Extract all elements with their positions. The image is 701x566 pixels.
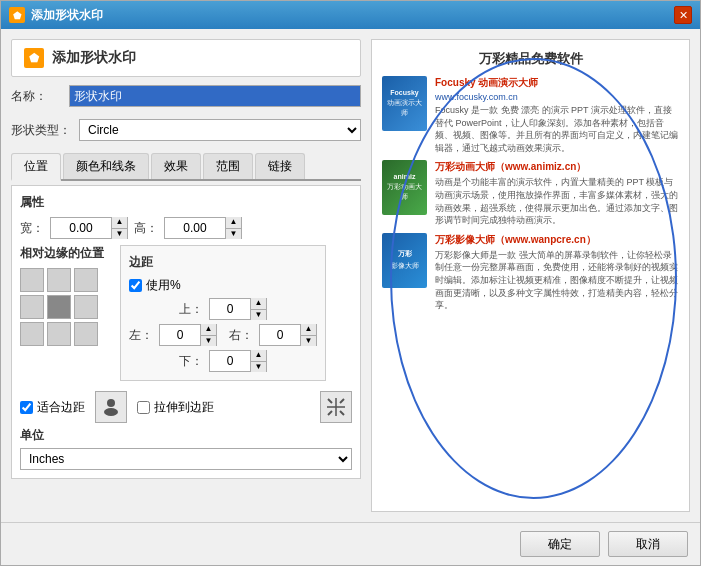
preview-name-3: 万彩影像大师（www.wanpcre.cn） — [435, 233, 679, 247]
tab-content: 属性 宽： ▲ ▼ 高： — [11, 185, 361, 479]
margin-bottom-spinners: ▲ ▼ — [250, 350, 266, 372]
right-panel: 万彩精品免费软件 Focusky 动画演示大师 Focusky — [371, 29, 700, 522]
preview-desc-3: 万彩影像大师是一款 强大简单的屏幕录制软件，让你轻松录制任意一份完整屏幕画面，免… — [435, 249, 679, 312]
preview-content: 万彩精品免费软件 Focusky 动画演示大师 Focusky — [372, 40, 689, 511]
left-panel: ⬟ 添加形状水印 名称： 形状类型： Circle Rectangle Elli… — [1, 29, 371, 522]
margin-left-down[interactable]: ▼ — [201, 336, 216, 347]
width-down-btn[interactable]: ▼ — [112, 229, 127, 240]
svg-point-0 — [107, 399, 115, 407]
pos-top-right[interactable] — [74, 268, 98, 292]
stretch-row: 拉伸到边距 — [137, 399, 214, 416]
width-input[interactable] — [51, 218, 111, 238]
margin-top-input-group: ▲ ▼ — [209, 298, 267, 320]
preview-text-1: Focusky 动画演示大师 www.focusky.com.cn Focusk… — [435, 76, 679, 154]
margin-lr-row: 左： ▲ ▼ 右： — [129, 324, 317, 346]
height-down-btn[interactable]: ▼ — [226, 229, 241, 240]
width-up-btn[interactable]: ▲ — [112, 217, 127, 229]
dialog-header: ⬟ 添加形状水印 — [11, 39, 361, 77]
margin-right-up[interactable]: ▲ — [301, 324, 316, 336]
close-button[interactable]: ✕ — [674, 6, 692, 24]
tab-container: 位置 颜色和线条 效果 范围 链接 属性 宽： ▲ — [11, 153, 361, 479]
margin-title: 边距 — [129, 254, 317, 271]
preview-book-3: 万彩 影像大师 — [382, 233, 427, 288]
preview-title: 万彩精品免费软件 — [382, 50, 679, 68]
margin-top-up[interactable]: ▲ — [251, 298, 266, 310]
margin-top-down[interactable]: ▼ — [251, 310, 266, 321]
margin-bottom-input-group: ▲ ▼ — [209, 350, 267, 372]
tab-position[interactable]: 位置 — [11, 153, 61, 181]
tab-range[interactable]: 范围 — [203, 153, 253, 179]
shape-select[interactable]: Circle Rectangle Ellipse Triangle — [79, 119, 361, 141]
margin-bottom-up[interactable]: ▲ — [251, 350, 266, 362]
dialog-footer: 确定 取消 — [1, 522, 700, 565]
preview-item-3: 万彩 影像大师 万彩影像大师（www.wanpcre.cn） 万彩影像大师是一款… — [382, 233, 679, 312]
margin-top-input[interactable] — [210, 299, 250, 319]
margin-bottom-input[interactable] — [210, 351, 250, 371]
svg-line-4 — [328, 411, 332, 415]
width-input-group: ▲ ▼ — [50, 217, 128, 239]
pos-top-center[interactable] — [47, 268, 71, 292]
pos-mid-left[interactable] — [20, 295, 44, 319]
preview-name-2: 万彩动画大师（www.animiz.cn） — [435, 160, 679, 174]
svg-line-2 — [328, 399, 332, 403]
cancel-button[interactable]: 取消 — [608, 531, 688, 557]
size-row: 宽： ▲ ▼ 高： ▲ — [20, 217, 352, 239]
margin-left-input-group: ▲ ▼ — [159, 324, 217, 346]
height-input-group: ▲ ▼ — [164, 217, 242, 239]
stretch-label: 拉伸到边距 — [154, 399, 214, 416]
shape-row: 形状类型： Circle Rectangle Ellipse Triangle — [11, 119, 361, 141]
fit-edge-checkbox[interactable] — [20, 401, 33, 414]
width-spinners: ▲ ▼ — [111, 217, 127, 239]
margin-left-label: 左： — [129, 327, 153, 344]
stretch-checkbox[interactable] — [137, 401, 150, 414]
use-percent-checkbox[interactable] — [129, 279, 142, 292]
margin-left-input[interactable] — [160, 325, 200, 345]
unit-title: 单位 — [20, 427, 352, 444]
pos-top-left[interactable] — [20, 268, 44, 292]
margin-right-input[interactable] — [260, 325, 300, 345]
pos-bot-left[interactable] — [20, 322, 44, 346]
preview-book-1: Focusky 动画演示大师 — [382, 76, 427, 131]
pos-mid-right[interactable] — [74, 295, 98, 319]
margin-right-spinners: ▲ ▼ — [300, 324, 316, 346]
unit-select[interactable]: Inches Centimeters Millimeters Points — [20, 448, 352, 470]
header-icon: ⬟ — [24, 48, 44, 68]
preview-desc-1: Focusky 是一款 免费 漂亮 的演示 PPT 演示处理软件，直接替代 Po… — [435, 104, 679, 154]
bottom-options: 适合边距 拉伸到边距 — [20, 391, 352, 423]
svg-line-3 — [340, 411, 344, 415]
tab-color[interactable]: 颜色和线条 — [63, 153, 149, 179]
height-input[interactable] — [165, 218, 225, 238]
pos-bot-center[interactable] — [47, 322, 71, 346]
preview-url-1: www.focusky.com.cn — [435, 92, 679, 102]
margin-right-down[interactable]: ▼ — [301, 336, 316, 347]
name-input[interactable] — [69, 85, 361, 107]
margin-left-up[interactable]: ▲ — [201, 324, 216, 336]
tab-effect[interactable]: 效果 — [151, 153, 201, 179]
title-icon: ⬟ — [9, 7, 25, 23]
margin-section: 边距 使用% 上： — [120, 245, 326, 381]
pos-mid-center[interactable] — [47, 295, 71, 319]
height-label: 高： — [134, 220, 158, 237]
margin-right-label: 右： — [229, 327, 253, 344]
person-icon-btn[interactable] — [95, 391, 127, 423]
tab-link[interactable]: 链接 — [255, 153, 305, 179]
margin-bottom-down[interactable]: ▼ — [251, 362, 266, 373]
height-up-btn[interactable]: ▲ — [226, 217, 241, 229]
preview-name-1: Focusky 动画演示大师 — [435, 76, 679, 90]
stretch-icon-btn[interactable] — [320, 391, 352, 423]
use-percent-row: 使用% — [129, 277, 317, 294]
title-text: 添加形状水印 — [31, 7, 103, 24]
fit-edge-label: 适合边距 — [37, 399, 85, 416]
svg-line-5 — [340, 399, 344, 403]
pos-bot-right[interactable] — [74, 322, 98, 346]
title-bar-left: ⬟ 添加形状水印 — [9, 7, 103, 24]
width-label: 宽： — [20, 220, 44, 237]
properties-title: 属性 — [20, 194, 352, 211]
use-percent-label: 使用% — [146, 277, 181, 294]
preview-desc-2: 动画是个功能丰富的演示软件，内置大量精美的 PPT 模板与动画演示场景，使用拖放… — [435, 176, 679, 226]
ok-button[interactable]: 确定 — [520, 531, 600, 557]
preview-items: Focusky 动画演示大师 Focusky 动画演示大师 www.focusk… — [382, 76, 679, 312]
preview-text-2: 万彩动画大师（www.animiz.cn） 动画是个功能丰富的演示软件，内置大量… — [435, 160, 679, 226]
height-spinners: ▲ ▼ — [225, 217, 241, 239]
name-label: 名称： — [11, 88, 61, 105]
